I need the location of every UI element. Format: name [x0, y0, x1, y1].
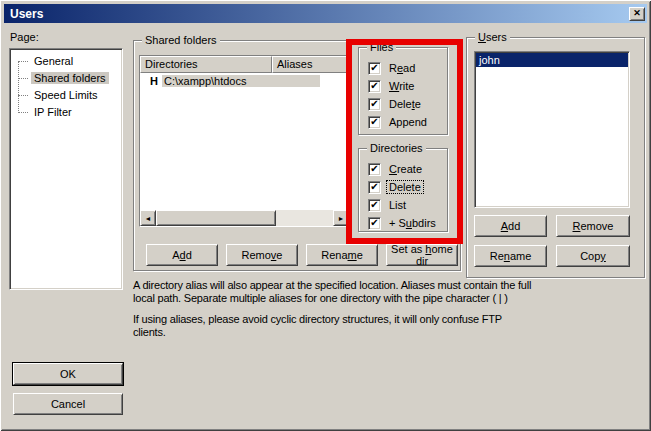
directories-permissions-group: Directories ✔ Create ✔ Delete ✔ List ✔ +… [358, 148, 448, 232]
rename-directory-button[interactable]: Rename [306, 244, 378, 266]
tree-item-label: Speed Limits [31, 89, 101, 101]
listview-header: Directories Aliases [140, 56, 349, 73]
add-directory-button[interactable]: Add [146, 244, 218, 266]
table-row[interactable]: H C:\xampp\htdocs [140, 73, 349, 89]
users-buttons: Add Remove Rename Copy [474, 215, 630, 267]
checkbox-box[interactable]: ✔ [368, 163, 381, 176]
directories-listview: Directories Aliases H C:\xampp\htdocs ◄ … [139, 55, 350, 227]
checkbox-files-read[interactable]: ✔ Read [368, 59, 445, 77]
arrow-right-icon: ► [338, 215, 345, 222]
checkbox-box[interactable]: ✔ [368, 62, 381, 75]
checkbox-dirs-list[interactable]: ✔ List [368, 196, 445, 214]
files-group-label: Files [367, 40, 396, 54]
column-header-aliases[interactable]: Aliases [272, 56, 349, 73]
checkbox-dirs-delete[interactable]: ✔ Delete [368, 178, 445, 196]
checkbox-box[interactable]: ✔ [368, 217, 381, 230]
copy-user-button[interactable]: Copy [556, 245, 630, 267]
sidebar-item-shared-folders[interactable]: Shared folders [12, 70, 120, 87]
scroll-right-button[interactable]: ► [333, 210, 349, 226]
users-group-label: Users [475, 30, 510, 44]
check-icon: ✔ [370, 81, 378, 91]
checkbox-box[interactable]: ✔ [368, 98, 381, 111]
checkbox-dirs-create[interactable]: ✔ Create [368, 160, 445, 178]
users-dialog: Users ✕ Page: General Shared folders Spe… [0, 0, 651, 431]
remove-user-button[interactable]: Remove [556, 215, 630, 237]
scroll-left-button[interactable]: ◄ [140, 210, 156, 226]
check-icon: ✔ [370, 117, 378, 127]
checkbox-files-write[interactable]: ✔ Write [368, 77, 445, 95]
close-icon: ✕ [633, 9, 641, 18]
scrollbar-thumb[interactable] [156, 210, 276, 226]
alias-notes: A directory alias will also appear at th… [133, 279, 537, 347]
add-user-button[interactable]: Add [474, 215, 547, 237]
horizontal-scrollbar[interactable]: ◄ ► [140, 210, 349, 226]
check-icon: ✔ [370, 164, 378, 174]
rename-user-button[interactable]: Rename [474, 245, 547, 267]
checkbox-box[interactable]: ✔ [368, 181, 381, 194]
directories-group-label: Directories [367, 141, 426, 155]
files-permissions-group: Files ✔ Read ✔ Write ✔ Delete ✔ Append [358, 47, 448, 135]
tree-item-label: General [31, 55, 76, 67]
check-icon: ✔ [370, 99, 378, 109]
checkbox-box[interactable]: ✔ [368, 199, 381, 212]
page-tree: General Shared folders Speed Limits IP F… [9, 48, 123, 290]
list-item-user[interactable]: john [476, 53, 628, 67]
checkbox-files-append[interactable]: ✔ Append [368, 113, 445, 131]
ok-button[interactable]: OK [13, 363, 123, 385]
check-icon: ✔ [370, 200, 378, 210]
sidebar-item-speed-limits[interactable]: Speed Limits [12, 87, 120, 104]
check-icon: ✔ [370, 182, 378, 192]
scrollbar-track[interactable] [276, 210, 333, 226]
tree-item-label: Shared folders [31, 72, 109, 84]
tree-item-label: IP Filter [31, 106, 75, 118]
home-directory-marker: H [150, 75, 158, 87]
users-listbox[interactable]: john [474, 51, 630, 208]
close-button[interactable]: ✕ [629, 7, 645, 21]
page-panel-label: Page: [10, 31, 39, 43]
cancel-button[interactable]: Cancel [13, 393, 123, 415]
column-header-directories[interactable]: Directories [140, 56, 272, 73]
shared-folders-buttons: Add Remove Rename Set as home dir [146, 244, 458, 266]
checkbox-files-delete[interactable]: ✔ Delete [368, 95, 445, 113]
check-icon: ✔ [370, 218, 378, 228]
alias-info-text: A directory alias will also appear at th… [133, 279, 537, 305]
shared-folders-group-label: Shared folders [142, 33, 220, 47]
cyclic-warning-text: If using aliases, please avoid cyclic di… [133, 313, 537, 339]
users-group: Users john Add Remove Rename Copy [466, 37, 645, 278]
directory-path-cell: C:\xampp\htdocs [162, 75, 320, 87]
window-title: Users [4, 7, 43, 21]
sidebar-item-general[interactable]: General [12, 53, 120, 70]
check-icon: ✔ [370, 63, 378, 73]
titlebar[interactable]: Users ✕ [4, 4, 647, 23]
arrow-left-icon: ◄ [145, 215, 152, 222]
checkbox-dirs-subdirs[interactable]: ✔ + Subdirs [368, 214, 445, 232]
remove-directory-button[interactable]: Remove [226, 244, 298, 266]
sidebar-item-ip-filter[interactable]: IP Filter [12, 104, 120, 121]
checkbox-box[interactable]: ✔ [368, 116, 381, 129]
checkbox-box[interactable]: ✔ [368, 80, 381, 93]
set-as-home-dir-button[interactable]: Set as home dir [386, 244, 458, 266]
listview-body: H C:\xampp\htdocs [140, 73, 349, 210]
